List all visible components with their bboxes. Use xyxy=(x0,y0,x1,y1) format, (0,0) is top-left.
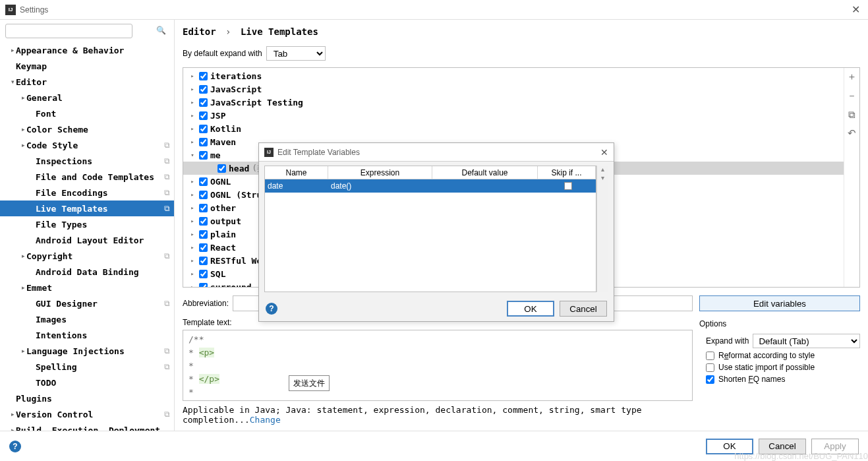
scroll-down-icon[interactable]: ▾ xyxy=(601,174,604,181)
template-checkbox[interactable] xyxy=(199,85,208,94)
remove-icon[interactable]: － xyxy=(847,90,857,102)
sidebar-item-editor[interactable]: ▾Editor xyxy=(0,74,174,90)
search-icon[interactable]: 🔍 xyxy=(156,26,166,35)
dialog-cancel-button[interactable]: Cancel xyxy=(560,301,607,317)
template-item-javascript-testing[interactable]: ▸JavaScript Testing xyxy=(183,96,844,109)
sidebar-item-version-control[interactable]: ▸Version Control⧉ xyxy=(0,406,174,422)
template-checkbox[interactable] xyxy=(199,177,208,186)
search-input[interactable] xyxy=(5,24,132,38)
sidebar-item-code-style[interactable]: ▸Code Style⧉ xyxy=(0,137,174,153)
sidebar-item-android-data-binding[interactable]: Android Data Binding xyxy=(0,264,174,280)
tt-line: * xyxy=(188,348,199,357)
reformat-checkbox[interactable] xyxy=(706,352,714,360)
sidebar-item-label: Version Control xyxy=(16,410,93,419)
sidebar-item-plugins[interactable]: Plugins xyxy=(0,390,174,406)
template-item-javascript[interactable]: ▸JavaScript xyxy=(183,82,844,96)
template-checkbox[interactable] xyxy=(199,98,208,107)
sidebar-item-build-execution-deployment[interactable]: ▸Build, Execution, Deployment xyxy=(0,422,174,431)
sidebar-item-spelling[interactable]: Spelling⧉ xyxy=(0,359,174,375)
edit-variables-button[interactable]: Edit variables xyxy=(699,295,860,311)
table-row[interactable]: date date() xyxy=(265,179,596,193)
template-checkbox[interactable] xyxy=(199,243,208,252)
template-text-area[interactable]: /** * <p> * * </p> * 发送文件 xyxy=(183,330,693,401)
sidebar-item-general[interactable]: ▸General xyxy=(0,90,174,106)
expand-select[interactable]: Tab xyxy=(266,46,326,61)
static-import-checkbox[interactable] xyxy=(706,363,714,372)
sidebar-item-inspections[interactable]: Inspections⧉ xyxy=(0,153,174,169)
search-row: 🔍 xyxy=(0,20,174,42)
sidebar-item-file-encodings[interactable]: File Encodings⧉ xyxy=(0,185,174,200)
add-icon[interactable]: ＋ xyxy=(847,71,857,83)
template-checkbox[interactable] xyxy=(199,270,208,278)
change-link[interactable]: Change xyxy=(250,415,281,425)
template-item-kotlin[interactable]: ▸Kotlin xyxy=(183,122,844,135)
scope-icon: ⧉ xyxy=(164,299,170,308)
sidebar-item-android-layout-editor[interactable]: Android Layout Editor xyxy=(0,232,174,248)
sidebar-item-color-scheme[interactable]: ▸Color Scheme xyxy=(0,121,174,137)
sidebar-item-label: Android Layout Editor xyxy=(36,235,144,245)
sidebar-item-file-types[interactable]: File Types xyxy=(0,216,174,232)
scope-icon: ⧉ xyxy=(164,188,170,197)
breadcrumb-editor[interactable]: Editor xyxy=(183,26,216,37)
template-checkbox[interactable] xyxy=(199,204,208,212)
template-item-iterations[interactable]: ▸iterations xyxy=(183,69,844,82)
sidebar-item-label: Intentions xyxy=(36,330,87,340)
col-skip[interactable]: Skip if ... xyxy=(538,166,596,179)
template-checkbox[interactable] xyxy=(199,151,208,160)
option-expand-select[interactable]: Default (Tab) xyxy=(753,334,860,348)
template-checkbox[interactable] xyxy=(199,230,208,239)
template-label: JavaScript Testing xyxy=(210,98,303,108)
sidebar-item-todo[interactable]: TODO xyxy=(0,375,174,390)
sidebar-item-label: Emmet xyxy=(26,283,52,293)
sidebar-item-font[interactable]: Font xyxy=(0,106,174,121)
sidebar-item-intentions[interactable]: Intentions xyxy=(0,327,174,343)
sidebar-item-language-injections[interactable]: ▸Language Injections⧉ xyxy=(0,343,174,359)
dialog-help-icon[interactable]: ? xyxy=(266,303,277,315)
sidebar-item-live-templates[interactable]: Live Templates⧉ xyxy=(0,200,174,216)
template-checkbox[interactable] xyxy=(199,217,208,226)
skip-checkbox[interactable] xyxy=(564,182,572,190)
undo-icon[interactable]: ↶ xyxy=(848,127,856,139)
sidebar-item-keymap[interactable]: Keymap xyxy=(0,58,174,74)
tt-line: * xyxy=(188,361,194,371)
template-checkbox[interactable] xyxy=(199,72,208,80)
col-expression[interactable]: Expression xyxy=(328,166,432,179)
template-label: plain xyxy=(210,230,236,239)
cell-name[interactable]: date xyxy=(265,179,328,193)
help-icon[interactable]: ? xyxy=(9,441,21,452)
sidebar-item-emmet[interactable]: ▸Emmet xyxy=(0,280,174,295)
shorten-fq-checkbox[interactable] xyxy=(706,375,714,384)
close-icon[interactable]: ✕ xyxy=(849,3,863,16)
copy-icon[interactable]: ⧉ xyxy=(848,109,855,121)
template-checkbox[interactable] xyxy=(199,257,208,265)
reformat-label[interactable]: Reformat according to style xyxy=(718,351,815,360)
dialog-ok-button[interactable]: OK xyxy=(507,301,554,317)
breadcrumb-live-templates: Live Templates xyxy=(241,26,318,37)
cell-expression[interactable]: date() xyxy=(328,179,432,193)
sidebar-item-gui-designer[interactable]: GUI Designer⧉ xyxy=(0,295,174,311)
chevron-right-icon: ▸ xyxy=(9,411,16,417)
sidebar-item-file-and-code-templates[interactable]: File and Code Templates⧉ xyxy=(0,169,174,185)
template-checkbox[interactable] xyxy=(199,111,208,120)
template-item-jsp[interactable]: ▸JSP xyxy=(183,109,844,122)
sidebar-item-copyright[interactable]: ▸Copyright⧉ xyxy=(0,248,174,264)
dialog-close-icon[interactable]: ✕ xyxy=(600,147,608,158)
cell-default[interactable] xyxy=(432,179,538,193)
sidebar-item-label: Copyright xyxy=(26,251,72,261)
template-checkbox[interactable] xyxy=(199,283,208,288)
template-checkbox[interactable] xyxy=(199,138,208,146)
template-checkbox[interactable] xyxy=(199,125,208,133)
dialog-scrollbar[interactable]: ▴ ▾ xyxy=(596,166,608,292)
scroll-up-icon[interactable]: ▴ xyxy=(601,166,604,173)
col-name[interactable]: Name xyxy=(265,166,328,179)
col-default[interactable]: Default value xyxy=(432,166,538,179)
breadcrumb: Editor › Live Templates xyxy=(183,26,860,37)
template-checkbox[interactable] xyxy=(199,191,208,199)
static-import-label[interactable]: Use static import if possible xyxy=(718,363,815,372)
template-checkbox[interactable] xyxy=(217,164,226,173)
sidebar-item-appearance-behavior[interactable]: ▸Appearance & Behavior xyxy=(0,42,174,58)
sidebar-item-images[interactable]: Images xyxy=(0,311,174,327)
cell-skip[interactable] xyxy=(538,179,596,193)
shorten-fq-label[interactable]: Shorten FQ names xyxy=(718,375,785,384)
template-label: React xyxy=(210,243,236,253)
